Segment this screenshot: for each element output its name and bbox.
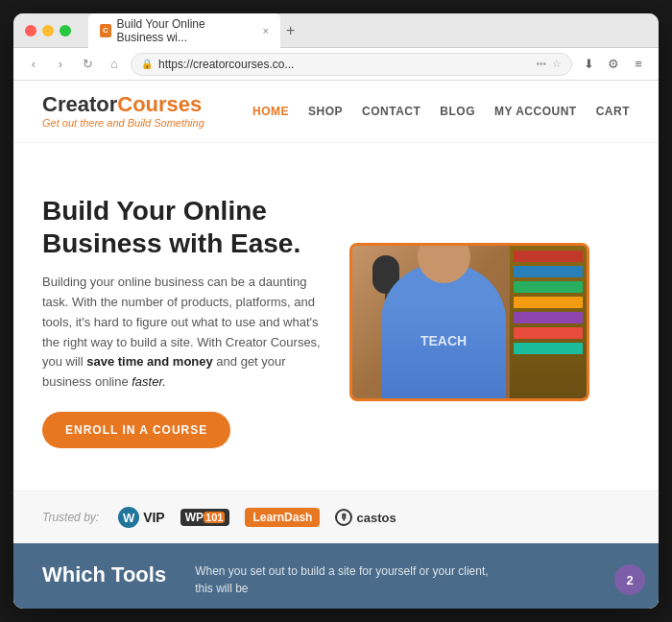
site-logo: CreatorCourses Get out there and Build S… xyxy=(42,94,204,129)
shirt-text: TEACH xyxy=(420,334,467,347)
new-tab-button[interactable]: + xyxy=(286,22,295,39)
nav-blog[interactable]: BLOG xyxy=(440,105,475,118)
hero-right: TEACH xyxy=(349,243,589,401)
nav-icons: ⬇ ⚙ ≡ xyxy=(578,54,649,75)
logo-tagline: Get out there and Build Something xyxy=(42,117,204,129)
website-content: CreatorCourses Get out there and Build S… xyxy=(13,81,659,609)
trusted-label: Trusted by: xyxy=(42,511,99,524)
book xyxy=(514,327,583,339)
chat-bubble[interactable]: 2 xyxy=(614,564,645,595)
person-silhouette: TEACH xyxy=(381,264,506,398)
back-button[interactable]: ‹ xyxy=(23,54,44,75)
address-bar[interactable]: 🔒 https://creatorcourses.co... ••• ☆ xyxy=(131,53,572,76)
trusted-logos: W VIP WP101 LearnDash 🎙 castos xyxy=(118,507,396,528)
person-head xyxy=(418,243,470,283)
tab-close-icon[interactable]: × xyxy=(263,25,269,36)
hero-italic-text: faster. xyxy=(132,374,166,389)
hero-title: Build Your Online Business with Ease. xyxy=(42,195,330,259)
trusted-section: Trusted by: W VIP WP101 LearnDash 🎙 cast… xyxy=(13,490,659,543)
home-button[interactable]: ⌂ xyxy=(104,54,125,75)
nav-home[interactable]: HOME xyxy=(252,105,289,118)
active-tab[interactable]: C Build Your Online Business wi... × xyxy=(88,13,280,48)
wp101-text: WP101 xyxy=(180,509,230,526)
menu-icon[interactable]: ≡ xyxy=(628,54,649,75)
fullscreen-button[interactable] xyxy=(60,25,71,36)
video-person: TEACH xyxy=(352,246,587,398)
nav-contact[interactable]: CONTACT xyxy=(362,105,420,118)
wordpress-icon: W xyxy=(118,507,139,528)
bottom-left: Which Tools xyxy=(42,562,166,587)
tab-favicon: C xyxy=(100,24,111,37)
bottom-title: Which Tools xyxy=(42,562,166,587)
tab-bar: C Build Your Online Business wi... × + xyxy=(88,13,647,48)
forward-button[interactable]: › xyxy=(50,54,71,75)
wp101-logo: WP101 xyxy=(180,509,230,526)
castos-mic-icon: 🎙 xyxy=(335,509,352,526)
nav-cart[interactable]: CART xyxy=(596,105,630,118)
bottom-right: When you set out to build a site for you… xyxy=(195,562,502,597)
wp-vip-text: VIP xyxy=(143,510,165,525)
tab-title: Build Your Online Business wi... xyxy=(117,17,252,44)
close-button[interactable] xyxy=(25,25,36,36)
castos-text: castos xyxy=(356,511,396,525)
hero-left: Build Your Online Business with Ease. Bu… xyxy=(42,195,330,448)
address-more-icon: ••• xyxy=(536,59,546,69)
hero-video-thumbnail[interactable]: TEACH xyxy=(349,243,589,401)
nav-shop[interactable]: SHOP xyxy=(308,105,343,118)
hero-bold-text: save time and money xyxy=(86,354,213,369)
logo-creator: Creator xyxy=(42,92,117,116)
book xyxy=(514,281,583,293)
minimize-button[interactable] xyxy=(42,25,54,36)
download-icon[interactable]: ⬇ xyxy=(578,54,599,75)
logo-courses: Courses xyxy=(117,92,202,116)
enroll-button[interactable]: ENROLL IN A COURSE xyxy=(42,412,230,448)
site-header: CreatorCourses Get out there and Build S… xyxy=(13,81,659,143)
book xyxy=(514,343,583,354)
bookshelf xyxy=(510,246,587,398)
wp-vip-logo: W VIP xyxy=(118,507,165,528)
bookmark-icon[interactable]: ☆ xyxy=(552,58,562,70)
traffic-lights xyxy=(25,25,71,36)
learndash-logo: LearnDash xyxy=(245,508,320,527)
nav-bar: ‹ › ↻ ⌂ 🔒 https://creatorcourses.co... •… xyxy=(13,48,659,81)
learndash-text: LearnDash xyxy=(245,508,320,527)
hero-section: Build Your Online Business with Ease. Bu… xyxy=(13,143,659,490)
site-nav: HOME SHOP CONTACT BLOG MY ACCOUNT CART xyxy=(252,105,630,118)
book xyxy=(514,266,583,277)
address-text: https://creatorcourses.co... xyxy=(158,58,530,71)
person-body: TEACH xyxy=(381,264,506,398)
hero-description: Building your online business can be a d… xyxy=(42,273,330,393)
book xyxy=(514,297,583,308)
nav-my-account[interactable]: MY ACCOUNT xyxy=(494,105,577,118)
title-bar: C Build Your Online Business wi... × + xyxy=(13,13,659,48)
book xyxy=(514,251,583,262)
bottom-description: When you set out to build a site for you… xyxy=(195,562,502,597)
bottom-section: Which Tools When you set out to build a … xyxy=(13,543,659,609)
extensions-icon[interactable]: ⚙ xyxy=(603,54,624,75)
castos-logo: 🎙 castos xyxy=(335,509,396,526)
logo-text: CreatorCourses xyxy=(42,94,204,115)
book xyxy=(514,312,583,323)
browser-window: C Build Your Online Business wi... × + ‹… xyxy=(13,13,659,609)
refresh-button[interactable]: ↻ xyxy=(77,54,98,75)
lock-icon: 🔒 xyxy=(141,59,153,69)
